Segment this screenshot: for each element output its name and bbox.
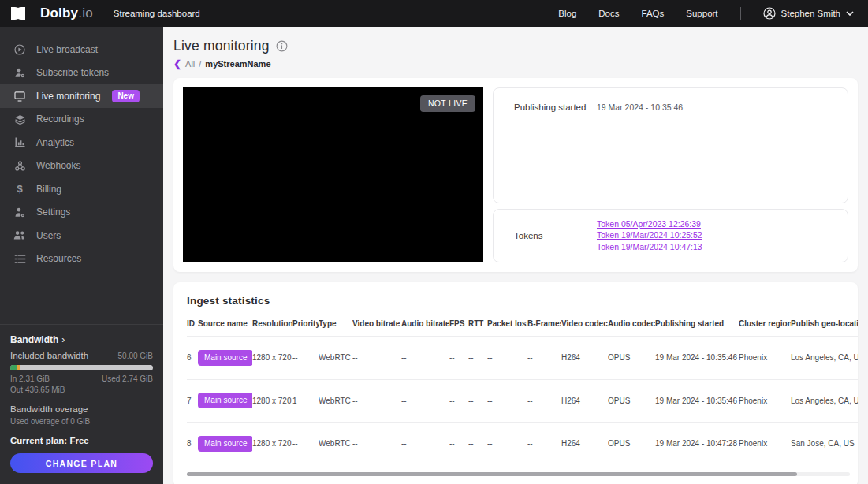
token-link[interactable]: Token 19/Mar/2024 10:47:13 bbox=[597, 242, 702, 253]
change-plan-button[interactable]: CHANGE PLAN bbox=[10, 453, 153, 473]
main-content: Live monitoring ❮ All / myStreamName NOT… bbox=[163, 27, 868, 484]
nav-link-faqs[interactable]: FAQs bbox=[642, 9, 665, 18]
cell-bframes: -- bbox=[527, 397, 561, 405]
col-header: Packet loss bbox=[487, 319, 527, 328]
topbar-divider bbox=[740, 7, 741, 20]
bandwidth-used-value: Used 2.74 GiB bbox=[102, 374, 153, 383]
cell-audio-codec: OPUS bbox=[608, 353, 655, 362]
sidebar-item-billing[interactable]: $ Billing bbox=[0, 177, 163, 201]
publishing-started-value: 19 Mar 2024 - 10:35:46 bbox=[597, 102, 683, 192]
breadcrumb-back-icon[interactable]: ❮ bbox=[173, 60, 181, 68]
user-avatar-icon bbox=[763, 7, 776, 20]
token-link[interactable]: Token 05/Apr/2023 12:26:39 bbox=[597, 219, 702, 230]
breadcrumb: ❮ All / myStreamName bbox=[173, 59, 858, 69]
cell-publishing-started: 19 Mar 2024 - 10:35:46 bbox=[655, 353, 739, 362]
cell-bframes: -- bbox=[527, 353, 561, 362]
sidebar-item-analytics[interactable]: Analytics bbox=[0, 131, 163, 155]
nav-link-blog[interactable]: Blog bbox=[558, 9, 576, 18]
sidebar-item-live-broadcast[interactable]: Live broadcast bbox=[0, 38, 163, 61]
cell-audio-bitrate: -- bbox=[401, 353, 449, 362]
bandwidth-header[interactable]: Bandwidth › bbox=[10, 334, 153, 345]
cell-source: Main source bbox=[198, 436, 252, 452]
cell-type: WebRTC bbox=[319, 439, 352, 448]
table-header-row: ID Source name Resolution Priority Type … bbox=[187, 319, 858, 336]
breadcrumb-all-link[interactable]: All bbox=[185, 59, 195, 69]
player-card: NOT LIVE Publishing started 19 Mar 2024 … bbox=[173, 78, 858, 272]
sidebar-item-settings[interactable]: Settings bbox=[0, 201, 163, 225]
sidebar-item-resources[interactable]: Resources bbox=[0, 248, 163, 271]
user-menu[interactable]: Stephen Smith bbox=[763, 7, 854, 20]
table-row[interactable]: 8 Main source 1280 x 720 -- WebRTC -- --… bbox=[187, 422, 858, 465]
cell-rtt: -- bbox=[468, 397, 487, 405]
cell-cluster-region: Phoenix bbox=[739, 353, 791, 362]
app-subtitle: Streaming dashboard bbox=[114, 9, 200, 18]
cell-resolution: 1280 x 720 bbox=[252, 439, 292, 448]
sidebar-item-subscribe-tokens[interactable]: Subscribe tokens bbox=[0, 61, 163, 85]
cell-resolution: 1280 x 720 bbox=[252, 397, 292, 405]
cell-type: WebRTC bbox=[319, 397, 352, 405]
bar-chart-icon bbox=[13, 136, 26, 149]
brand-name: Dolby.io bbox=[40, 6, 93, 21]
person-gear-icon bbox=[13, 66, 26, 79]
tokens-label: Tokens bbox=[514, 231, 597, 240]
sidebar-item-live-monitoring[interactable]: Live monitoring New bbox=[0, 84, 163, 108]
stream-status-badge: NOT LIVE bbox=[420, 95, 475, 112]
monitor-icon bbox=[13, 90, 26, 102]
col-header: RTT bbox=[468, 319, 487, 328]
col-header: B-Frames bbox=[527, 319, 561, 328]
cell-id: 7 bbox=[187, 397, 198, 405]
webhook-icon bbox=[13, 159, 26, 172]
users-icon bbox=[13, 229, 26, 242]
cell-packet-loss: -- bbox=[487, 439, 527, 448]
horizontal-scrollbar bbox=[187, 472, 850, 476]
video-player: NOT LIVE bbox=[183, 87, 483, 262]
bandwidth-progress-bar bbox=[10, 365, 153, 370]
dollar-icon: $ bbox=[13, 183, 26, 195]
cell-bframes: -- bbox=[527, 439, 561, 448]
progress-out-segment bbox=[17, 365, 20, 370]
sidebar-item-webhooks[interactable]: Webhooks bbox=[0, 155, 163, 178]
breadcrumb-current: myStreamName bbox=[205, 59, 270, 69]
current-plan-label: Current plan: Free bbox=[10, 436, 153, 445]
cell-fps: -- bbox=[449, 397, 468, 405]
layers-icon bbox=[13, 113, 26, 125]
info-icon[interactable] bbox=[276, 40, 288, 52]
main-source-badge: Main source bbox=[198, 436, 252, 452]
ingest-statistics-title: Ingest statistics bbox=[187, 295, 858, 307]
col-header: Publish geo-location bbox=[791, 319, 858, 328]
cell-audio-codec: OPUS bbox=[608, 397, 655, 405]
col-header: Resolution bbox=[252, 319, 292, 328]
table-row[interactable]: 6 Main source 1280 x 720 -- WebRTC -- --… bbox=[187, 336, 858, 379]
sidebar-item-label: Live monitoring bbox=[36, 91, 100, 102]
ingest-table: ID Source name Resolution Priority Type … bbox=[187, 319, 858, 465]
nav-link-docs[interactable]: Docs bbox=[598, 9, 619, 18]
table-row[interactable]: 7 Main source 1280 x 720 1 WebRTC -- -- … bbox=[187, 379, 858, 423]
cell-video-codec: H264 bbox=[561, 353, 608, 362]
publishing-started-label: Publishing started bbox=[514, 102, 597, 192]
col-header: Publishing started bbox=[655, 319, 739, 328]
bandwidth-out-value: Out 436.65 MiB bbox=[10, 385, 65, 394]
sidebar-item-users[interactable]: Users bbox=[0, 224, 163, 248]
col-header: Video codec bbox=[561, 319, 608, 328]
cell-publishing-started: 19 Mar 2024 - 10:35:46 bbox=[655, 397, 739, 405]
broadcast-icon bbox=[13, 43, 26, 56]
sidebar-item-label: Users bbox=[36, 230, 61, 241]
cell-video-bitrate: -- bbox=[352, 397, 401, 405]
col-header: Audio bitrate bbox=[401, 319, 449, 328]
sidebar-item-recordings[interactable]: Recordings bbox=[0, 108, 163, 132]
cell-priority: -- bbox=[292, 439, 319, 448]
sidebar-item-label: Billing bbox=[36, 184, 61, 195]
user-name: Stephen Smith bbox=[781, 9, 840, 18]
chevron-down-icon bbox=[846, 11, 854, 16]
dolby-double-d-icon bbox=[11, 7, 35, 20]
col-header: ID bbox=[187, 319, 198, 328]
nav-link-support[interactable]: Support bbox=[686, 9, 717, 18]
horizontal-scrollbar-thumb[interactable] bbox=[187, 472, 797, 476]
cell-priority: 1 bbox=[292, 397, 319, 405]
col-header: Priority bbox=[292, 319, 319, 328]
dolby-logo[interactable]: Dolby.io bbox=[11, 6, 93, 21]
col-header: Source name bbox=[198, 319, 252, 328]
sidebar-item-label: Recordings bbox=[36, 114, 84, 125]
cell-audio-codec: OPUS bbox=[608, 439, 655, 448]
token-link[interactable]: Token 19/Mar/2024 10:25:52 bbox=[597, 230, 702, 241]
